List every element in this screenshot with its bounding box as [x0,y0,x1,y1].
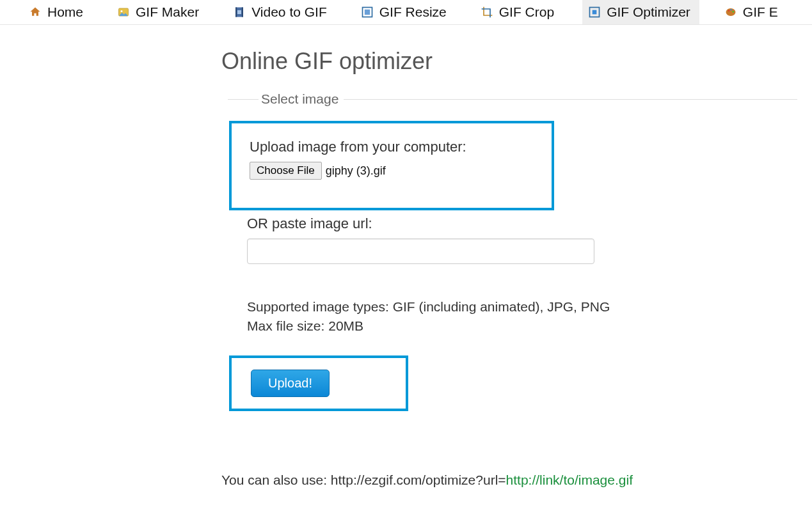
nav-label: GIF Optimizer [607,4,690,20]
main-content: Online GIF optimizer Select image Upload… [221,25,797,488]
nav-video-to-gif[interactable]: Video to GIF [227,0,336,24]
fieldset-legend: Select image [259,91,344,107]
svg-point-1 [121,10,123,12]
image-icon [116,6,131,19]
nav-gif-crop[interactable]: GIF Crop [475,0,563,24]
palette-icon [724,6,738,19]
selected-filename: giphy (3).gif [326,164,386,178]
select-image-fieldset: Select image Upload image from your comp… [228,91,797,437]
file-input-row: Choose File giphy (3).gif [250,162,534,180]
crop-icon [480,6,494,19]
max-file-size: Max file size: 20MB [247,316,797,336]
nav-home[interactable]: Home [23,0,92,24]
top-nav: Home GIF Maker Video to GIF GIF Resize G… [0,0,812,25]
nav-gif-effects[interactable]: GIF E [719,0,787,24]
page-title: Online GIF optimizer [221,48,797,75]
footer-usage-line: You can also use: http://ezgif.com/optim… [221,472,797,488]
svg-rect-3 [235,8,237,17]
upload-highlight-box-2: Upload! [229,355,408,411]
svg-rect-9 [593,10,597,15]
choose-file-button[interactable]: Choose File [250,162,322,180]
nav-label: GIF Crop [499,4,554,20]
svg-rect-4 [242,8,243,17]
svg-point-11 [728,10,729,12]
or-paste-label: OR paste image url: [247,215,797,232]
footer-example-link[interactable]: http://link/to/image.gif [506,472,633,487]
nav-label: GIF Maker [136,4,199,20]
optimize-icon [587,6,601,19]
film-icon [232,6,246,19]
nav-label: Video to GIF [251,4,327,20]
image-url-input[interactable] [247,238,594,264]
nav-gif-resize[interactable]: GIF Resize [355,0,456,24]
nav-label: GIF Resize [379,4,447,20]
nav-label: GIF E [743,4,778,20]
supported-types: Supported image types: GIF (including an… [247,297,797,316]
upload-label: Upload image from your computer: [250,139,534,155]
svg-rect-7 [365,10,370,15]
resize-icon [360,6,374,19]
svg-point-12 [730,9,731,10]
nav-gif-maker[interactable]: GIF Maker [111,0,208,24]
support-info: Supported image types: GIF (including an… [247,297,797,336]
svg-rect-5 [237,10,241,14]
nav-gif-optimizer[interactable]: GIF Optimizer [582,0,699,24]
svg-point-13 [732,11,733,12]
upload-button[interactable]: Upload! [251,370,330,397]
home-icon [28,6,42,19]
upload-highlight-box: Upload image from your computer: Choose … [229,121,554,210]
nav-label: Home [47,4,83,20]
footer-prefix: You can also use: http://ezgif.com/optim… [221,472,506,487]
